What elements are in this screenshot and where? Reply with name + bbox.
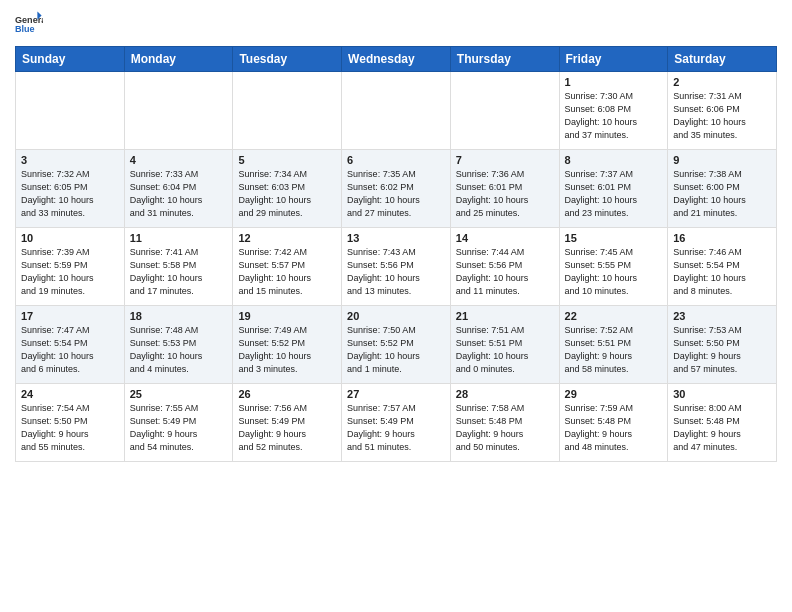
- calendar-day-cell: 13Sunrise: 7:43 AM Sunset: 5:56 PM Dayli…: [342, 228, 451, 306]
- day-info: Sunrise: 7:47 AM Sunset: 5:54 PM Dayligh…: [21, 324, 119, 376]
- calendar-day-cell: 15Sunrise: 7:45 AM Sunset: 5:55 PM Dayli…: [559, 228, 668, 306]
- calendar-day-cell: 19Sunrise: 7:49 AM Sunset: 5:52 PM Dayli…: [233, 306, 342, 384]
- day-info: Sunrise: 7:45 AM Sunset: 5:55 PM Dayligh…: [565, 246, 663, 298]
- weekday-header: Sunday: [16, 47, 125, 72]
- day-info: Sunrise: 7:41 AM Sunset: 5:58 PM Dayligh…: [130, 246, 228, 298]
- calendar-day-cell: 1Sunrise: 7:30 AM Sunset: 6:08 PM Daylig…: [559, 72, 668, 150]
- calendar-day-cell: [342, 72, 451, 150]
- day-number: 11: [130, 232, 228, 244]
- day-info: Sunrise: 7:49 AM Sunset: 5:52 PM Dayligh…: [238, 324, 336, 376]
- day-number: 8: [565, 154, 663, 166]
- day-number: 28: [456, 388, 554, 400]
- calendar-day-cell: 3Sunrise: 7:32 AM Sunset: 6:05 PM Daylig…: [16, 150, 125, 228]
- calendar-day-cell: 22Sunrise: 7:52 AM Sunset: 5:51 PM Dayli…: [559, 306, 668, 384]
- calendar-day-cell: 12Sunrise: 7:42 AM Sunset: 5:57 PM Dayli…: [233, 228, 342, 306]
- day-info: Sunrise: 7:50 AM Sunset: 5:52 PM Dayligh…: [347, 324, 445, 376]
- weekday-header: Saturday: [668, 47, 777, 72]
- calendar-day-cell: 17Sunrise: 7:47 AM Sunset: 5:54 PM Dayli…: [16, 306, 125, 384]
- day-number: 20: [347, 310, 445, 322]
- logo: General Blue: [15, 10, 43, 38]
- day-number: 25: [130, 388, 228, 400]
- calendar-day-cell: 9Sunrise: 7:38 AM Sunset: 6:00 PM Daylig…: [668, 150, 777, 228]
- calendar-week-row: 3Sunrise: 7:32 AM Sunset: 6:05 PM Daylig…: [16, 150, 777, 228]
- calendar-day-cell: [124, 72, 233, 150]
- day-info: Sunrise: 7:54 AM Sunset: 5:50 PM Dayligh…: [21, 402, 119, 454]
- day-number: 15: [565, 232, 663, 244]
- day-info: Sunrise: 7:53 AM Sunset: 5:50 PM Dayligh…: [673, 324, 771, 376]
- day-info: Sunrise: 7:38 AM Sunset: 6:00 PM Dayligh…: [673, 168, 771, 220]
- day-info: Sunrise: 7:48 AM Sunset: 5:53 PM Dayligh…: [130, 324, 228, 376]
- day-number: 18: [130, 310, 228, 322]
- day-number: 27: [347, 388, 445, 400]
- calendar-day-cell: 16Sunrise: 7:46 AM Sunset: 5:54 PM Dayli…: [668, 228, 777, 306]
- page: General Blue SundayMondayTuesdayWednesda…: [0, 0, 792, 612]
- day-number: 22: [565, 310, 663, 322]
- calendar-week-row: 17Sunrise: 7:47 AM Sunset: 5:54 PM Dayli…: [16, 306, 777, 384]
- day-number: 9: [673, 154, 771, 166]
- day-number: 6: [347, 154, 445, 166]
- svg-text:Blue: Blue: [15, 24, 35, 34]
- calendar-week-row: 10Sunrise: 7:39 AM Sunset: 5:59 PM Dayli…: [16, 228, 777, 306]
- calendar-week-row: 24Sunrise: 7:54 AM Sunset: 5:50 PM Dayli…: [16, 384, 777, 462]
- day-info: Sunrise: 7:58 AM Sunset: 5:48 PM Dayligh…: [456, 402, 554, 454]
- weekday-header: Monday: [124, 47, 233, 72]
- day-number: 5: [238, 154, 336, 166]
- day-info: Sunrise: 7:44 AM Sunset: 5:56 PM Dayligh…: [456, 246, 554, 298]
- calendar-day-cell: 27Sunrise: 7:57 AM Sunset: 5:49 PM Dayli…: [342, 384, 451, 462]
- day-number: 16: [673, 232, 771, 244]
- day-number: 30: [673, 388, 771, 400]
- calendar-day-cell: 5Sunrise: 7:34 AM Sunset: 6:03 PM Daylig…: [233, 150, 342, 228]
- day-number: 3: [21, 154, 119, 166]
- day-info: Sunrise: 7:42 AM Sunset: 5:57 PM Dayligh…: [238, 246, 336, 298]
- day-number: 13: [347, 232, 445, 244]
- calendar-day-cell: 8Sunrise: 7:37 AM Sunset: 6:01 PM Daylig…: [559, 150, 668, 228]
- calendar-day-cell: 28Sunrise: 7:58 AM Sunset: 5:48 PM Dayli…: [450, 384, 559, 462]
- calendar-day-cell: 21Sunrise: 7:51 AM Sunset: 5:51 PM Dayli…: [450, 306, 559, 384]
- day-number: 7: [456, 154, 554, 166]
- calendar-day-cell: 20Sunrise: 7:50 AM Sunset: 5:52 PM Dayli…: [342, 306, 451, 384]
- weekday-header: Thursday: [450, 47, 559, 72]
- day-info: Sunrise: 7:32 AM Sunset: 6:05 PM Dayligh…: [21, 168, 119, 220]
- calendar-day-cell: 10Sunrise: 7:39 AM Sunset: 5:59 PM Dayli…: [16, 228, 125, 306]
- calendar-day-cell: 25Sunrise: 7:55 AM Sunset: 5:49 PM Dayli…: [124, 384, 233, 462]
- day-info: Sunrise: 7:33 AM Sunset: 6:04 PM Dayligh…: [130, 168, 228, 220]
- day-info: Sunrise: 7:34 AM Sunset: 6:03 PM Dayligh…: [238, 168, 336, 220]
- day-number: 19: [238, 310, 336, 322]
- day-info: Sunrise: 7:43 AM Sunset: 5:56 PM Dayligh…: [347, 246, 445, 298]
- calendar-day-cell: [16, 72, 125, 150]
- calendar-day-cell: [233, 72, 342, 150]
- day-info: Sunrise: 7:35 AM Sunset: 6:02 PM Dayligh…: [347, 168, 445, 220]
- weekday-header: Tuesday: [233, 47, 342, 72]
- day-number: 12: [238, 232, 336, 244]
- day-info: Sunrise: 7:39 AM Sunset: 5:59 PM Dayligh…: [21, 246, 119, 298]
- day-number: 26: [238, 388, 336, 400]
- day-number: 17: [21, 310, 119, 322]
- calendar-day-cell: 11Sunrise: 7:41 AM Sunset: 5:58 PM Dayli…: [124, 228, 233, 306]
- day-number: 14: [456, 232, 554, 244]
- day-info: Sunrise: 7:57 AM Sunset: 5:49 PM Dayligh…: [347, 402, 445, 454]
- day-number: 24: [21, 388, 119, 400]
- day-number: 23: [673, 310, 771, 322]
- day-number: 1: [565, 76, 663, 88]
- calendar-day-cell: [450, 72, 559, 150]
- calendar-day-cell: 23Sunrise: 7:53 AM Sunset: 5:50 PM Dayli…: [668, 306, 777, 384]
- weekday-header: Wednesday: [342, 47, 451, 72]
- calendar-day-cell: 4Sunrise: 7:33 AM Sunset: 6:04 PM Daylig…: [124, 150, 233, 228]
- day-number: 4: [130, 154, 228, 166]
- day-info: Sunrise: 7:55 AM Sunset: 5:49 PM Dayligh…: [130, 402, 228, 454]
- calendar-day-cell: 14Sunrise: 7:44 AM Sunset: 5:56 PM Dayli…: [450, 228, 559, 306]
- calendar-day-cell: 24Sunrise: 7:54 AM Sunset: 5:50 PM Dayli…: [16, 384, 125, 462]
- calendar-day-cell: 18Sunrise: 7:48 AM Sunset: 5:53 PM Dayli…: [124, 306, 233, 384]
- day-info: Sunrise: 7:51 AM Sunset: 5:51 PM Dayligh…: [456, 324, 554, 376]
- day-info: Sunrise: 7:30 AM Sunset: 6:08 PM Dayligh…: [565, 90, 663, 142]
- day-number: 10: [21, 232, 119, 244]
- day-info: Sunrise: 7:56 AM Sunset: 5:49 PM Dayligh…: [238, 402, 336, 454]
- calendar-day-cell: 26Sunrise: 7:56 AM Sunset: 5:49 PM Dayli…: [233, 384, 342, 462]
- day-info: Sunrise: 7:52 AM Sunset: 5:51 PM Dayligh…: [565, 324, 663, 376]
- day-info: Sunrise: 7:59 AM Sunset: 5:48 PM Dayligh…: [565, 402, 663, 454]
- day-info: Sunrise: 8:00 AM Sunset: 5:48 PM Dayligh…: [673, 402, 771, 454]
- calendar: SundayMondayTuesdayWednesdayThursdayFrid…: [15, 46, 777, 462]
- calendar-day-cell: 6Sunrise: 7:35 AM Sunset: 6:02 PM Daylig…: [342, 150, 451, 228]
- weekday-header-row: SundayMondayTuesdayWednesdayThursdayFrid…: [16, 47, 777, 72]
- day-info: Sunrise: 7:37 AM Sunset: 6:01 PM Dayligh…: [565, 168, 663, 220]
